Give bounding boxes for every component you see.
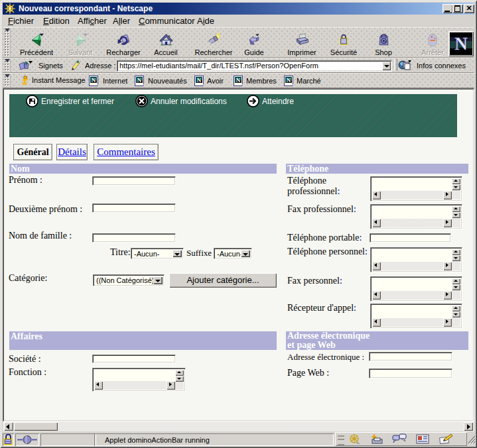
svg-text:N: N bbox=[92, 77, 96, 84]
svg-text:N: N bbox=[454, 34, 468, 54]
svg-text:N: N bbox=[137, 77, 142, 84]
svg-text:N: N bbox=[197, 77, 202, 84]
svg-text:N: N bbox=[236, 77, 241, 84]
svg-text:N: N bbox=[287, 77, 291, 84]
